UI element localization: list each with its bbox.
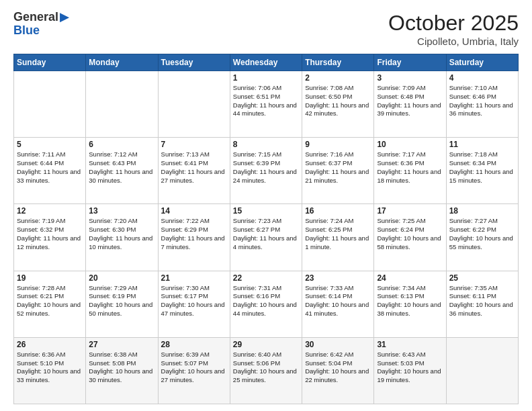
day-number: 3 <box>377 73 443 83</box>
cell-info: Sunrise: 7:34 AM Sunset: 6:13 PM Dayligh… <box>377 284 443 318</box>
calendar-cell: 7Sunrise: 7:13 AM Sunset: 6:41 PM Daylig… <box>158 138 230 204</box>
calendar-week-3: 19Sunrise: 7:28 AM Sunset: 6:21 PM Dayli… <box>14 271 519 337</box>
calendar-cell: 13Sunrise: 7:20 AM Sunset: 6:30 PM Dayli… <box>86 204 158 271</box>
calendar-week-1: 5Sunrise: 7:11 AM Sunset: 6:44 PM Daylig… <box>14 138 519 204</box>
header: General Blue October 2025 Cipolleto, Umb… <box>13 11 519 47</box>
day-header-sunday: Sunday <box>14 54 86 71</box>
calendar-cell: 3Sunrise: 7:09 AM Sunset: 6:48 PM Daylig… <box>374 71 446 138</box>
day-number: 5 <box>17 140 83 149</box>
cell-info: Sunrise: 7:29 AM Sunset: 6:19 PM Dayligh… <box>89 284 154 318</box>
day-header-friday: Friday <box>374 54 446 71</box>
logo-arrow-icon <box>60 13 69 22</box>
calendar-cell: 14Sunrise: 7:22 AM Sunset: 6:29 PM Dayli… <box>158 204 230 271</box>
cell-info: Sunrise: 6:43 AM Sunset: 5:03 PM Dayligh… <box>377 351 443 385</box>
calendar-cell: 18Sunrise: 7:27 AM Sunset: 6:22 PM Dayli… <box>446 204 518 271</box>
day-number: 2 <box>305 73 371 83</box>
calendar-cell: 12Sunrise: 7:19 AM Sunset: 6:32 PM Dayli… <box>14 204 86 271</box>
calendar-cell: 1Sunrise: 7:06 AM Sunset: 6:51 PM Daylig… <box>230 71 302 138</box>
cell-info: Sunrise: 7:27 AM Sunset: 6:22 PM Dayligh… <box>449 217 515 251</box>
day-number: 8 <box>233 140 299 149</box>
day-number: 30 <box>305 340 371 349</box>
calendar-cell: 28Sunrise: 6:39 AM Sunset: 5:07 PM Dayli… <box>158 337 230 404</box>
cell-info: Sunrise: 7:18 AM Sunset: 6:34 PM Dayligh… <box>449 150 515 185</box>
calendar-cell <box>446 337 518 404</box>
cell-info: Sunrise: 7:28 AM Sunset: 6:21 PM Dayligh… <box>17 284 83 318</box>
calendar-cell: 19Sunrise: 7:28 AM Sunset: 6:21 PM Dayli… <box>14 271 86 337</box>
cell-info: Sunrise: 7:09 AM Sunset: 6:48 PM Dayligh… <box>377 84 443 118</box>
page-title: October 2025 <box>388 11 519 36</box>
day-number: 4 <box>449 73 515 83</box>
calendar-cell: 31Sunrise: 6:43 AM Sunset: 5:03 PM Dayli… <box>374 337 446 404</box>
day-number: 29 <box>233 340 299 349</box>
day-number: 26 <box>17 340 83 349</box>
day-number: 17 <box>377 206 443 216</box>
cell-info: Sunrise: 7:12 AM Sunset: 6:43 PM Dayligh… <box>89 150 154 185</box>
cell-info: Sunrise: 7:33 AM Sunset: 6:14 PM Dayligh… <box>305 284 371 318</box>
calendar-cell: 29Sunrise: 6:40 AM Sunset: 5:06 PM Dayli… <box>230 337 302 404</box>
calendar-week-0: 1Sunrise: 7:06 AM Sunset: 6:51 PM Daylig… <box>14 71 519 138</box>
logo-blue-text: Blue <box>13 24 69 38</box>
day-number: 19 <box>17 273 83 283</box>
day-number: 1 <box>233 73 299 83</box>
calendar-cell <box>158 71 230 138</box>
calendar-cell: 16Sunrise: 7:24 AM Sunset: 6:25 PM Dayli… <box>302 204 374 271</box>
calendar-cell <box>14 71 86 138</box>
calendar-cell: 22Sunrise: 7:31 AM Sunset: 6:16 PM Dayli… <box>230 271 302 337</box>
calendar-cell: 21Sunrise: 7:30 AM Sunset: 6:17 PM Dayli… <box>158 271 230 337</box>
day-number: 13 <box>89 206 154 216</box>
cell-info: Sunrise: 7:30 AM Sunset: 6:17 PM Dayligh… <box>161 284 227 318</box>
day-header-monday: Monday <box>86 54 158 71</box>
calendar-cell: 17Sunrise: 7:25 AM Sunset: 6:24 PM Dayli… <box>374 204 446 271</box>
calendar-header-row: SundayMondayTuesdayWednesdayThursdayFrid… <box>14 54 519 71</box>
cell-info: Sunrise: 7:25 AM Sunset: 6:24 PM Dayligh… <box>377 217 443 251</box>
page: General Blue October 2025 Cipolleto, Umb… <box>0 0 532 411</box>
day-number: 16 <box>305 206 371 216</box>
day-number: 21 <box>161 273 227 283</box>
day-number: 15 <box>233 206 299 216</box>
day-number: 28 <box>161 340 227 349</box>
calendar-cell: 27Sunrise: 6:38 AM Sunset: 5:08 PM Dayli… <box>86 337 158 404</box>
cell-info: Sunrise: 7:23 AM Sunset: 6:27 PM Dayligh… <box>233 217 299 251</box>
cell-info: Sunrise: 7:11 AM Sunset: 6:44 PM Dayligh… <box>17 150 83 185</box>
calendar-cell: 15Sunrise: 7:23 AM Sunset: 6:27 PM Dayli… <box>230 204 302 271</box>
day-number: 11 <box>449 140 515 149</box>
cell-info: Sunrise: 7:10 AM Sunset: 6:46 PM Dayligh… <box>449 84 515 118</box>
logo: General Blue <box>13 11 69 38</box>
cell-info: Sunrise: 6:40 AM Sunset: 5:06 PM Dayligh… <box>233 351 299 385</box>
cell-info: Sunrise: 7:08 AM Sunset: 6:50 PM Dayligh… <box>305 84 371 118</box>
calendar-cell: 24Sunrise: 7:34 AM Sunset: 6:13 PM Dayli… <box>374 271 446 337</box>
day-number: 23 <box>305 273 371 283</box>
day-number: 6 <box>89 140 154 149</box>
day-number: 31 <box>377 340 443 349</box>
cell-info: Sunrise: 7:20 AM Sunset: 6:30 PM Dayligh… <box>89 217 154 251</box>
cell-info: Sunrise: 7:24 AM Sunset: 6:25 PM Dayligh… <box>305 217 371 251</box>
day-number: 20 <box>89 273 154 283</box>
day-header-tuesday: Tuesday <box>158 54 230 71</box>
calendar-cell: 2Sunrise: 7:08 AM Sunset: 6:50 PM Daylig… <box>302 71 374 138</box>
day-number: 9 <box>305 140 371 149</box>
calendar-week-4: 26Sunrise: 6:36 AM Sunset: 5:10 PM Dayli… <box>14 337 519 404</box>
cell-info: Sunrise: 6:42 AM Sunset: 5:04 PM Dayligh… <box>305 351 371 385</box>
cell-info: Sunrise: 7:15 AM Sunset: 6:39 PM Dayligh… <box>233 150 299 185</box>
logo-general-text: General <box>13 10 58 24</box>
day-number: 14 <box>161 206 227 216</box>
title-block: October 2025 Cipolleto, Umbria, Italy <box>388 11 519 47</box>
day-number: 25 <box>449 273 515 283</box>
day-number: 24 <box>377 273 443 283</box>
cell-info: Sunrise: 7:31 AM Sunset: 6:16 PM Dayligh… <box>233 284 299 318</box>
cell-info: Sunrise: 7:16 AM Sunset: 6:37 PM Dayligh… <box>305 150 371 185</box>
calendar-week-2: 12Sunrise: 7:19 AM Sunset: 6:32 PM Dayli… <box>14 204 519 271</box>
calendar-table: SundayMondayTuesdayWednesdayThursdayFrid… <box>13 54 519 404</box>
day-number: 18 <box>449 206 515 216</box>
day-number: 12 <box>17 206 83 216</box>
cell-info: Sunrise: 7:22 AM Sunset: 6:29 PM Dayligh… <box>161 217 227 251</box>
day-header-saturday: Saturday <box>446 54 518 71</box>
cell-info: Sunrise: 7:19 AM Sunset: 6:32 PM Dayligh… <box>17 217 83 251</box>
cell-info: Sunrise: 7:13 AM Sunset: 6:41 PM Dayligh… <box>161 150 227 185</box>
calendar-cell: 26Sunrise: 6:36 AM Sunset: 5:10 PM Dayli… <box>14 337 86 404</box>
calendar-cell: 10Sunrise: 7:17 AM Sunset: 6:36 PM Dayli… <box>374 138 446 204</box>
cell-info: Sunrise: 7:35 AM Sunset: 6:11 PM Dayligh… <box>449 284 515 318</box>
page-subtitle: Cipolleto, Umbria, Italy <box>388 36 519 47</box>
calendar-cell: 6Sunrise: 7:12 AM Sunset: 6:43 PM Daylig… <box>86 138 158 204</box>
calendar-cell: 9Sunrise: 7:16 AM Sunset: 6:37 PM Daylig… <box>302 138 374 204</box>
